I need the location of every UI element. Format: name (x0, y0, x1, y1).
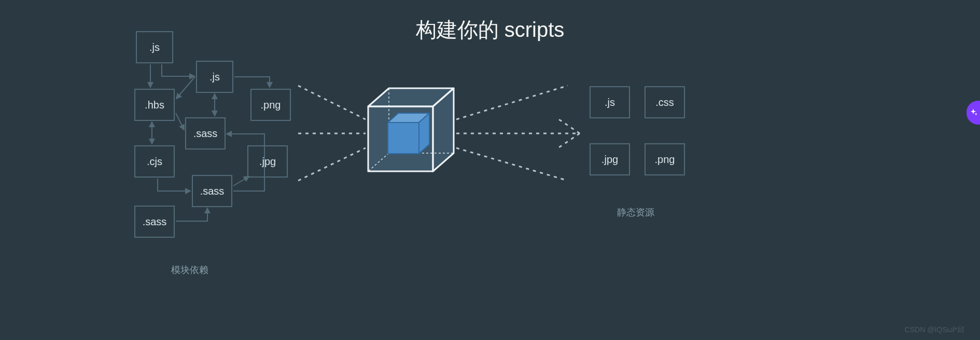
node-hbs: .hbs (134, 89, 175, 121)
svg-line-1 (176, 77, 195, 99)
svg-line-5 (233, 176, 249, 186)
svg-line-3 (176, 113, 184, 130)
node-sass2: .sass (192, 175, 232, 207)
node-js-root: .js (136, 31, 173, 63)
output-png: .png (645, 143, 685, 175)
svg-line-12 (557, 118, 580, 133)
svg-line-9 (456, 86, 568, 119)
svg-line-11 (456, 148, 568, 181)
output-jpg: .jpg (590, 143, 630, 175)
sparkle-icon (969, 108, 978, 117)
svg-line-6 (298, 86, 366, 119)
svg-marker-15 (368, 88, 454, 106)
output-js: .js (590, 86, 630, 118)
svg-line-13 (557, 133, 580, 148)
svg-marker-18 (388, 123, 419, 154)
node-cjs: .cjs (134, 145, 175, 178)
diagram-stage: .js .js .hbs .png .sass .cjs .jpg .sass … (0, 0, 980, 340)
svg-line-8 (298, 148, 366, 181)
svg-marker-16 (433, 88, 454, 171)
svg-marker-14 (368, 106, 433, 171)
node-js: .js (196, 61, 233, 93)
node-sass3: .sass (134, 206, 175, 238)
watermark: CSDN @IQSωl*邱 (905, 325, 964, 335)
left-section-label: 模块依赖 (171, 264, 208, 276)
svg-marker-17 (388, 113, 429, 123)
svg-marker-19 (419, 113, 429, 154)
node-png: .png (250, 89, 291, 121)
output-css: .css (645, 86, 685, 118)
node-jpg: .jpg (247, 145, 288, 178)
node-sass1: .sass (185, 117, 226, 149)
right-section-label: 静态资源 (617, 206, 654, 219)
